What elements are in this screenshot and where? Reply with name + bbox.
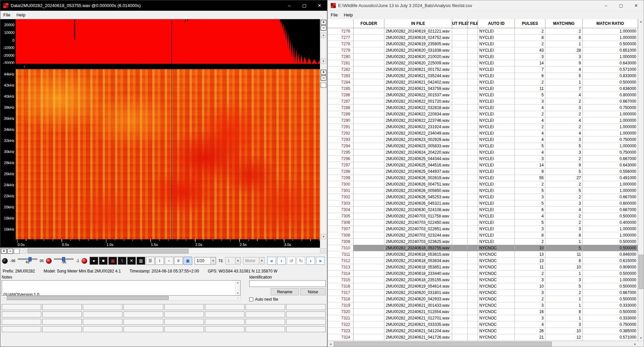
- label-button[interactable]: [286, 311, 326, 317]
- small-square-icon[interactable]: ▫: [165, 257, 173, 265]
- table-row[interactable]: 72822MU00282_20240621_001752.wavNYCLEI74…: [328, 66, 638, 73]
- table-row[interactable]: 73002MU00282_20240626_004751.wavNYCLEI22…: [328, 181, 638, 188]
- undo-button[interactable]: ↺: [287, 257, 296, 265]
- label-button[interactable]: [2, 326, 41, 332]
- channel-select[interactable]: Mono ▼: [243, 257, 265, 264]
- spectrogram-scroll-down-icon[interactable]: ▼: [321, 234, 326, 239]
- table-row[interactable]: 72852MU00282_20240621_043759.wavNYCLEI11…: [328, 86, 638, 92]
- label-button[interactable]: [83, 319, 122, 325]
- waveform-vertical-scrollbar[interactable]: [321, 38, 326, 58]
- notes-scroll-right-icon[interactable]: ›: [235, 297, 240, 300]
- label-button[interactable]: [42, 304, 82, 310]
- table-row[interactable]: 72882MU00282_20240622_032818.wavNYCLEI43…: [328, 105, 638, 111]
- table-row[interactable]: 72932MU00282_20240623_002929.wavNYCLEI43…: [328, 137, 638, 143]
- table-row[interactable]: 73072MU00282_20240703_022651.wavNYCLEI33…: [328, 226, 638, 232]
- menu-file[interactable]: File: [328, 12, 341, 17]
- table-row[interactable]: 73192MU00282_20240621_001433.wavNYCNOC31…: [328, 302, 638, 309]
- grid-red-icon[interactable]: ▦: [108, 257, 117, 265]
- table-vertical-scrollbar[interactable]: ▲ ▼: [638, 19, 644, 341]
- rows-icon[interactable]: ☰: [146, 257, 155, 265]
- scroll-right-icon[interactable]: ›: [321, 248, 326, 253]
- waveform-plot[interactable]: [16, 19, 320, 64]
- table-row[interactable]: 72982MU00282_20240625_044937.wavNYCLEI95…: [328, 168, 638, 175]
- spectrogram-vertical-scrollbar[interactable]: [321, 88, 326, 234]
- label-button[interactable]: [205, 326, 245, 332]
- table-scroll-down-icon[interactable]: ▼: [638, 336, 644, 341]
- menu-help[interactable]: Help: [13, 12, 29, 17]
- notes-vertical-scrollbar[interactable]: ▲ ▼: [235, 281, 240, 295]
- notes-horizontal-scrollbar[interactable]: ‹ ›: [2, 296, 240, 301]
- info-icon[interactable]: i: [155, 257, 164, 265]
- label-button[interactable]: [83, 311, 122, 317]
- waveform-zoom-in-button[interactable]: +: [321, 20, 326, 25]
- table-row[interactable]: 73102MU00282_20240618_053755.wavNYCNOC10…: [328, 245, 638, 251]
- table-row[interactable]: 73142MU00282_20240618_233440.wavNYCNOC21…: [328, 270, 638, 277]
- hzoom-in-button[interactable]: +: [1, 249, 7, 254]
- rate-select[interactable]: 1/10 ▼: [195, 257, 216, 264]
- table-row[interactable]: 73132MU00282_20240618_053851.wavNYCNOC11…: [328, 264, 638, 270]
- diagonal-icon[interactable]: \: [118, 257, 126, 265]
- column-header[interactable]: FOLDER: [354, 19, 384, 28]
- hash-grid-icon[interactable]: #: [174, 257, 183, 265]
- waveform-scroll-down-icon[interactable]: ▼: [321, 59, 326, 64]
- table-row[interactable]: 72762MU00282_20240619_021221.wavNYCLEI22…: [328, 28, 638, 35]
- table-row[interactable]: 73062MU00282_20240703_022450.wavNYCLEI52…: [328, 219, 638, 226]
- auto-next-checkbox[interactable]: [249, 297, 253, 301]
- label-button[interactable]: [205, 311, 245, 317]
- stop-icon[interactable]: ■: [99, 257, 108, 265]
- table-row[interactable]: 72782MU00282_20240619_235805.wavNYCLEI21…: [328, 41, 638, 47]
- label-button[interactable]: [286, 304, 326, 310]
- table-row[interactable]: 72912MU00282_20240622_231924.wavNYCLEI22…: [328, 124, 638, 130]
- label-button[interactable]: [123, 326, 163, 332]
- label-button[interactable]: [246, 304, 285, 310]
- table-row[interactable]: 72922MU00282_20240622_234049.wavNYCLEI44…: [328, 130, 638, 137]
- time-scrollbar[interactable]: [26, 248, 320, 254]
- table-row[interactable]: 73112MU00282_20240618_053815.wavNYCNOC13…: [328, 251, 638, 258]
- label-button[interactable]: [205, 304, 245, 310]
- label-button[interactable]: [2, 319, 41, 325]
- wav-viewer-titlebar[interactable]: Data\2MU00282_20240618_053755.wav @0.000…: [0, 0, 327, 11]
- table-row[interactable]: 72942MU00282_20240623_005833.wavNYCLEI55…: [328, 143, 638, 149]
- label-button[interactable]: [286, 326, 326, 332]
- table-row[interactable]: 73032MU00282_20240626_045321.wavNYCLEI53…: [328, 200, 638, 207]
- table-row[interactable]: 73122MU00282_20240618_053834.wavNYCNOC13…: [328, 258, 638, 264]
- table-hscroll-thumb[interactable]: [334, 342, 552, 346]
- label-button[interactable]: [42, 326, 82, 332]
- hzoom-out-button[interactable]: −: [7, 249, 13, 254]
- redo-button[interactable]: ↻: [297, 257, 305, 265]
- minimize-button[interactable]: –: [598, 0, 613, 10]
- waveform-hscroll[interactable]: ‹: [0, 64, 320, 69]
- column-header[interactable]: AUTO ID: [478, 19, 515, 28]
- column-header[interactable]: MATCH RATIO: [583, 19, 638, 28]
- record-knob[interactable]: [46, 258, 52, 264]
- column-header[interactable]: UT FILE: [452, 19, 468, 28]
- waveform-zoom-out-button[interactable]: −: [321, 26, 326, 31]
- column-header[interactable]: T FILE: [468, 19, 478, 28]
- table-row[interactable]: 73052MU00282_20240703_011758.wavNYCLEI42…: [328, 213, 638, 219]
- record-icon[interactable]: ●: [90, 257, 98, 265]
- maximize-button[interactable]: ▢: [297, 0, 312, 11]
- table-row[interactable]: 72812MU00282_20240620_225009.wavNYCLEI14…: [328, 60, 638, 66]
- label-button[interactable]: [123, 311, 163, 317]
- table-row[interactable]: 72832MU00282_20240621_035244.wavNYCLEI65…: [328, 73, 638, 79]
- rename-button[interactable]: Rename: [271, 288, 299, 295]
- selection-box-button[interactable]: [321, 83, 326, 88]
- te-select[interactable]: 1 ▼: [225, 257, 241, 264]
- waveform-scroll-up-icon[interactable]: ▲: [321, 33, 326, 38]
- table-row[interactable]: 72902MU00282_20240622_223746.wavNYCLEI44…: [328, 117, 638, 124]
- table-vscroll-thumb[interactable]: [639, 255, 643, 289]
- identification-input[interactable]: [249, 280, 326, 287]
- prev-file-button[interactable]: ‹: [277, 257, 286, 265]
- notes-textarea[interactable]: GUANO|Version:1.0 ▲ ▼: [2, 280, 240, 296]
- spectrogram-zoom-in-button[interactable]: +: [321, 70, 326, 75]
- table-row[interactable]: 73242MU00282_20240621_041726.wavNYCNOC21…: [328, 334, 638, 341]
- selection-mode-icon[interactable]: ▣: [183, 257, 192, 265]
- label-button[interactable]: [2, 311, 41, 317]
- minimize-button[interactable]: –: [282, 0, 297, 11]
- threshold-slider-thumb[interactable]: [62, 257, 65, 261]
- label-button[interactable]: [42, 319, 82, 325]
- first-file-button[interactable]: «: [267, 257, 276, 265]
- next-file-button[interactable]: ›: [306, 257, 315, 265]
- label-button[interactable]: [246, 326, 285, 332]
- column-header[interactable]: IN FILE: [384, 19, 452, 28]
